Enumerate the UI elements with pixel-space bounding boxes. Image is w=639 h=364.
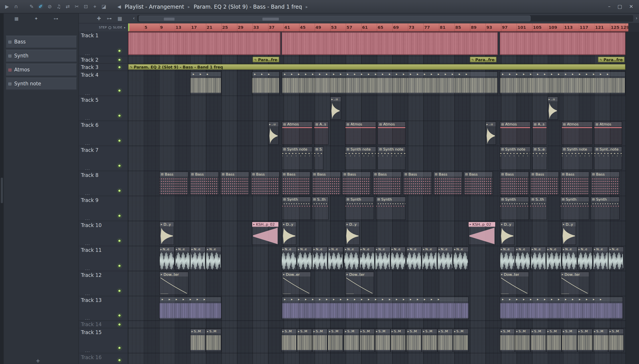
track-lane[interactable]: ▤Synth note▤S..e▤Synth note▤Synth note▤S…	[128, 146, 625, 171]
picker-item[interactable]: ▤Synth note	[6, 78, 77, 90]
track-lane[interactable]: ∿Para..freq∿Para..freq∿Para..freq	[128, 56, 625, 64]
audio-clip[interactable]: ▸S..M	[546, 329, 562, 352]
scroll-left-button[interactable]: ‹	[131, 16, 136, 21]
audio-clip[interactable]: ▸S..M	[390, 329, 406, 352]
scrollbar-thumb[interactable]	[1, 178, 3, 203]
pattern-clip[interactable]: ▤Atmos	[594, 122, 622, 145]
audio-clip[interactable]: ▸▸▸▸▸▸▸	[159, 296, 221, 320]
automation-clip[interactable]: ∿Para..freq	[598, 56, 625, 62]
track-mute-led[interactable]	[118, 49, 121, 52]
track-header[interactable]: Track 11...	[79, 246, 128, 271]
automation-clip[interactable]: ∿Para..freq	[470, 56, 497, 62]
audio-clip[interactable]: ▸Dow..ter	[159, 272, 188, 295]
track-options[interactable]: ...	[85, 348, 90, 353]
pattern-clip[interactable]: ▤Synth note	[378, 146, 406, 170]
audio-clip[interactable]: ▸S..M	[515, 329, 531, 352]
track-mute-led[interactable]	[118, 289, 121, 292]
delete-icon[interactable]: ⊘	[45, 4, 54, 10]
automation-clip[interactable]: ∿Para..freq	[252, 56, 279, 62]
track-lane[interactable]: ▸▸▸▸▸▸▸▸▸▸▸▸▸▸▸▸▸▸▸▸▸▸▸▸▸▸▸▸▸▸▸▸▸▸▸▸▸▸▸▸…	[128, 296, 625, 321]
audio-clip[interactable]: ▸S..M	[437, 329, 453, 352]
audio-clip[interactable]: ▸S..M	[608, 329, 624, 352]
pattern-clip[interactable]: ▤Bass	[281, 172, 310, 195]
audio-clip[interactable]: ▸S..M	[375, 329, 390, 352]
audio-clip[interactable]: ▸KSH..p_02	[468, 222, 496, 245]
pattern-clip[interactable]: ▤Synth note	[561, 146, 592, 170]
audio-clip[interactable]: ▸N..e	[406, 246, 422, 270]
audio-clip[interactable]: ▸N..e	[515, 246, 531, 270]
track-header[interactable]: Track 10...	[79, 221, 128, 246]
audio-clip[interactable]: ▸S..M	[531, 329, 546, 352]
track-options[interactable]: ...	[85, 116, 90, 120]
audio-clip[interactable]: ▸Dow..ter	[560, 272, 589, 295]
pattern-clip[interactable]: ▤Synth	[345, 197, 374, 220]
picker-item[interactable]: ▤Bass	[6, 36, 77, 48]
pattern-clip[interactable]: ▤Bass	[342, 172, 371, 195]
track-mute-led[interactable]	[118, 66, 121, 69]
track-lane[interactable]: ▤Bass▤Bass▤Bass▤Bass▤Bass▤Bass▤Bass▤Bass…	[128, 171, 625, 196]
automation-picker-icon[interactable]: ⊶	[54, 16, 58, 24]
track-header[interactable]: Track 13...	[79, 296, 128, 321]
track-lane[interactable]: ▤Synth▤S..th▤Synth▤Synth▤Synth▤S..th▤Syn…	[128, 196, 625, 221]
track-lane[interactable]	[128, 353, 625, 364]
pattern-clip[interactable]: ▤Bass	[403, 172, 432, 195]
audio-clip[interactable]	[281, 32, 498, 55]
audio-clip[interactable]: ▸Dow..ter	[345, 272, 374, 295]
audio-clip[interactable]: ▸S..M	[312, 329, 328, 352]
track-lane[interactable]	[128, 32, 625, 56]
audio-clip[interactable]: ▸N..e	[281, 246, 297, 270]
audio-clip[interactable]: ▸D..y	[561, 222, 576, 245]
pattern-clip[interactable]: ▤Atmos	[378, 122, 406, 145]
maximize-button[interactable]: ▢	[617, 4, 622, 10]
track-header[interactable]: Track 1...	[79, 32, 128, 56]
audio-picker-icon[interactable]: ✦	[34, 16, 38, 24]
audio-clip[interactable]: ▸N..e	[422, 246, 437, 270]
track-options[interactable]: ...	[85, 266, 90, 271]
pattern-clip[interactable]: ▤Bass	[500, 172, 529, 195]
pattern-clip[interactable]: ▤Synth	[500, 197, 529, 220]
audio-clip[interactable]: ▸Dow..ter	[500, 272, 529, 295]
slide-icon[interactable]: ⊶	[107, 15, 112, 21]
track-mute-led[interactable]	[118, 346, 121, 350]
audio-clip[interactable]: ▸N..e	[328, 246, 344, 270]
pattern-clip[interactable]: ▤A..s	[532, 122, 547, 145]
track-lane[interactable]: ∿Param. EQ 2 (Slot 9) - Bass - Band 1 fr…	[128, 64, 625, 71]
track-options[interactable]: ...	[85, 51, 90, 56]
snap-icon[interactable]: ✚	[97, 15, 101, 21]
pattern-clip[interactable]: ▤Synth	[281, 197, 311, 220]
zoom-icon[interactable]: ⌖	[90, 4, 99, 10]
mute-icon[interactable]: ♫	[54, 4, 63, 10]
automation-clip[interactable]: ∿Param. EQ 2 (Slot 9) - Bass - Band 1 fr…	[128, 64, 625, 70]
audio-clip[interactable]: ▸KSH..p_02	[252, 222, 279, 245]
audio-clip[interactable]	[500, 32, 625, 55]
audio-clip[interactable]: ▸S..M	[577, 329, 593, 352]
pattern-clip[interactable]: ▤A..s	[314, 122, 329, 145]
audio-clip[interactable]: ▸N..e	[453, 246, 468, 270]
track-lane[interactable]: ▸..u▸..u	[128, 96, 625, 121]
track-options[interactable]: ...	[85, 141, 90, 146]
arrangement-grid[interactable]: ∿Para..freq∿Para..freq∿Para..freq∿Param.…	[128, 32, 625, 364]
track-mute-led[interactable]	[118, 139, 121, 142]
track-header[interactable]: Track 15...	[79, 328, 128, 353]
track-mute-led[interactable]	[118, 239, 121, 242]
pattern-clip[interactable]: ▤Bass	[433, 172, 462, 195]
audio-clip[interactable]: ▸N..e	[312, 246, 328, 270]
pattern-clip[interactable]: ▤Synth	[560, 197, 589, 220]
breadcrumb-playlist[interactable]: Playlist - Arrangement	[125, 4, 184, 10]
pattern-clip[interactable]: ▤Bass	[464, 172, 493, 195]
track-options[interactable]: ...	[85, 316, 90, 320]
pattern-clip[interactable]: ▤Synth note	[345, 146, 376, 170]
horizontal-scrollbar[interactable]	[137, 15, 633, 22]
audio-clip[interactable]: ▸S..M	[500, 329, 515, 352]
track-header[interactable]: Track 8...	[79, 171, 128, 196]
audio-clip[interactable]: ▸▸▸▸▸▸▸▸▸▸▸▸▸▸▸	[500, 296, 623, 320]
audio-clip[interactable]: ▸D..y	[500, 222, 515, 245]
audio-clip[interactable]: ▸D..y	[159, 222, 174, 245]
audio-clip[interactable]: ▸Dow..er	[281, 272, 311, 295]
playback-icon[interactable]: ◪	[99, 4, 109, 10]
track-mute-led[interactable]	[118, 58, 121, 62]
pattern-clip[interactable]: ▤Bass	[159, 172, 188, 195]
pattern-clip[interactable]: ▤Synt..note	[594, 146, 622, 170]
track-lane[interactable]: ▸Dow..ter▸Dow..er▸Dow..ter▸Dow..ter▸Dow.…	[128, 271, 625, 296]
audio-clip[interactable]: ▸S..M	[406, 329, 422, 352]
